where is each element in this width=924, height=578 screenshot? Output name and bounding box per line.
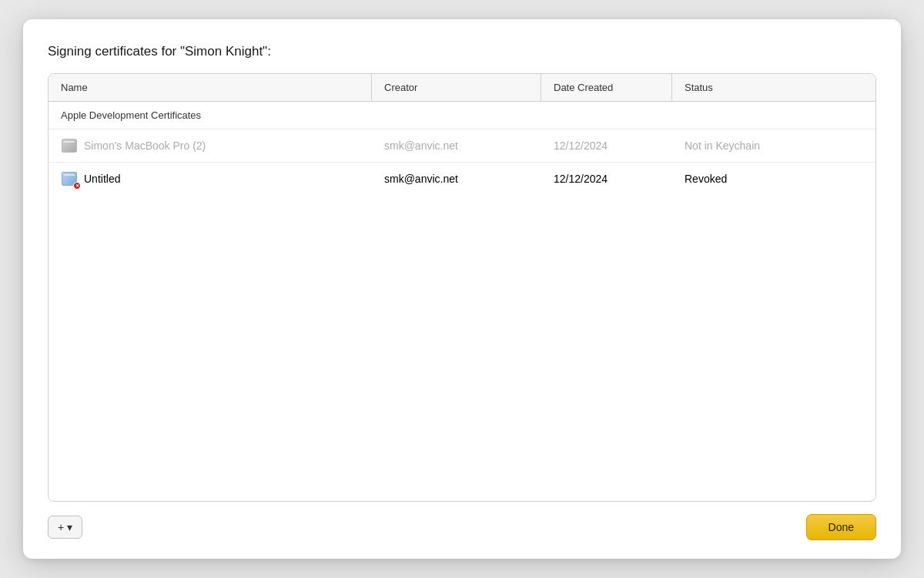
row2-name-text: Untitled [84, 173, 120, 185]
table-header: Name Creator Date Created Status [49, 74, 875, 102]
cell-name-row2: Untitled [49, 163, 372, 195]
cell-name-row1: Simon's MacBook Pro (2) [49, 129, 372, 162]
row1-name-text: Simon's MacBook Pro (2) [84, 139, 206, 152]
certificates-table: Name Creator Date Created Status Apple D… [48, 73, 876, 502]
done-button[interactable]: Done [806, 514, 876, 540]
add-certificate-button[interactable]: + ▾ [48, 516, 82, 539]
cell-date-row1: 12/12/2024 [541, 132, 672, 160]
revoked-badge-icon [73, 182, 81, 190]
section-header-apple-dev: Apple Development Certificates [49, 102, 875, 129]
column-header-creator: Creator [372, 74, 541, 101]
certificate-icon-revoked [61, 170, 78, 187]
plus-icon: + [58, 521, 64, 533]
signing-certificates-dialog: Signing certificates for "Simon Knight":… [23, 19, 901, 559]
dialog-footer: + ▾ Done [48, 514, 876, 540]
table-row[interactable]: Simon's MacBook Pro (2) smk@anvic.net 12… [49, 129, 875, 162]
cell-date-row2: 12/12/2024 [541, 165, 672, 193]
column-header-status: Status [672, 74, 875, 101]
column-header-name: Name [49, 74, 372, 101]
dialog-title: Signing certificates for "Simon Knight": [48, 44, 876, 59]
column-header-date: Date Created [541, 74, 672, 101]
cell-status-row1: Not in Keychain [672, 132, 875, 160]
table-row[interactable]: Untitled smk@anvic.net 12/12/2024 Revoke… [49, 162, 875, 195]
certificate-icon-gray [61, 137, 78, 154]
cell-status-row2: Revoked [672, 165, 875, 193]
cell-creator-row2: smk@anvic.net [372, 165, 541, 193]
table-body: Apple Development Certificates Simon's M… [49, 102, 875, 501]
chevron-down-icon: ▾ [67, 521, 72, 533]
cell-creator-row1: smk@anvic.net [372, 132, 541, 160]
